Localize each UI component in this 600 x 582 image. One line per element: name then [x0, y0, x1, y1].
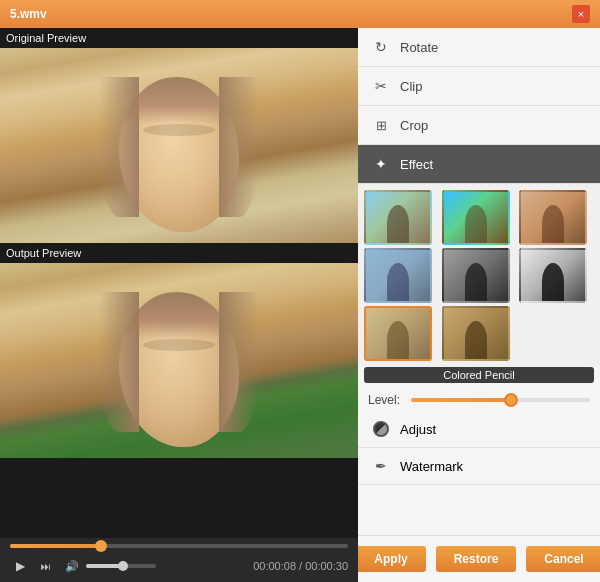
controls-row: ▶ ⏭ 🔊 00:00:08 / 00:00:30	[10, 556, 348, 576]
bottom-buttons: Apply Restore Cancel	[358, 535, 600, 582]
effect-icon: ✦	[372, 155, 390, 173]
time-display: 00:00:08 / 00:00:30	[253, 560, 348, 572]
volume-control: 🔊	[62, 556, 156, 576]
mute-button[interactable]: 🔊	[62, 556, 82, 576]
output-preview	[0, 263, 358, 458]
close-button[interactable]: ×	[572, 5, 590, 23]
volume-fill	[86, 564, 121, 568]
main-layout: Original Preview Output Pre	[0, 28, 600, 582]
left-panel: Original Preview Output Pre	[0, 28, 358, 582]
output-preview-bg	[0, 263, 358, 458]
effect-thumb-vintage[interactable]	[442, 306, 510, 361]
volume-thumb[interactable]	[118, 561, 128, 571]
effect-label: Effect	[400, 157, 433, 172]
tool-crop[interactable]: ⊞ Crop	[358, 106, 600, 145]
effect-thumb-cool[interactable]	[364, 248, 432, 303]
top-preview-bg	[0, 48, 358, 243]
controls-bar: ▶ ⏭ 🔊 00:00:08 / 00:00:30	[0, 538, 358, 582]
play-button[interactable]: ▶	[10, 556, 30, 576]
level-label: Level:	[368, 393, 403, 407]
progress-bar[interactable]	[10, 544, 348, 548]
watermark-icon: ✒	[372, 457, 390, 475]
apply-button[interactable]: Apply	[358, 546, 426, 572]
output-preview-label: Output Preview	[0, 243, 358, 263]
level-thumb[interactable]	[504, 393, 518, 407]
effect-thumb-sketch[interactable]	[519, 248, 587, 303]
watermark-label: Watermark	[400, 459, 463, 474]
crop-label: Crop	[400, 118, 428, 133]
rotate-label: Rotate	[400, 40, 438, 55]
clip-icon: ✂	[372, 77, 390, 95]
tool-rotate[interactable]: ↻ Rotate	[358, 28, 600, 67]
original-preview-label: Original Preview	[0, 28, 358, 48]
effect-grid	[358, 184, 600, 367]
step-forward-button[interactable]: ⏭	[36, 556, 56, 576]
tool-clip[interactable]: ✂ Clip	[358, 67, 600, 106]
original-preview	[0, 48, 358, 243]
progress-thumb[interactable]	[95, 540, 107, 552]
level-slider[interactable]	[411, 398, 590, 402]
effect-thumb-bw[interactable]	[442, 248, 510, 303]
clip-label: Clip	[400, 79, 422, 94]
effect-thumb-colored-pencil[interactable]	[364, 306, 432, 361]
preview-section: Original Preview Output Pre	[0, 28, 358, 538]
tool-adjust[interactable]: Adjust	[358, 411, 600, 448]
rotate-icon: ↻	[372, 38, 390, 56]
effect-thumb-warm[interactable]	[519, 190, 587, 245]
adjust-label: Adjust	[400, 422, 436, 437]
right-panel: ↻ Rotate ✂ Clip ⊞ Crop ✦ Effect	[358, 28, 600, 582]
adjust-icon	[372, 420, 390, 438]
tool-effect[interactable]: ✦ Effect	[358, 145, 600, 184]
cancel-button[interactable]: Cancel	[526, 546, 600, 572]
restore-button[interactable]: Restore	[436, 546, 517, 572]
volume-slider[interactable]	[86, 564, 156, 568]
progress-fill	[10, 544, 101, 548]
level-section: Level:	[358, 387, 600, 411]
effect-tooltip: Colored Pencil	[364, 367, 594, 383]
window-title: 5.wmv	[10, 7, 47, 21]
tool-watermark[interactable]: ✒ Watermark	[358, 448, 600, 485]
crop-icon: ⊞	[372, 116, 390, 134]
effect-thumb-normal[interactable]	[364, 190, 432, 245]
effect-thumb-vivid[interactable]	[442, 190, 510, 245]
level-fill	[411, 398, 509, 402]
title-bar: 5.wmv ×	[0, 0, 600, 28]
